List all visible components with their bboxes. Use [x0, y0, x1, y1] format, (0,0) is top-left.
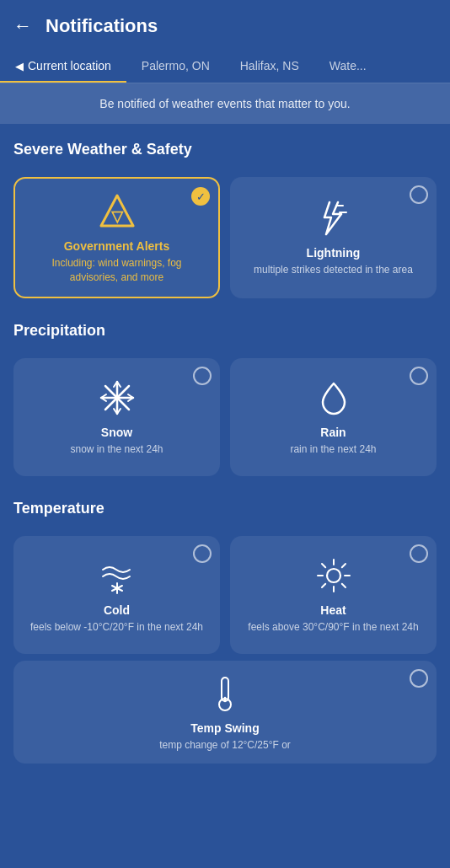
temperature-cards: Cold feels below -10°C/20°F in the next …	[0, 536, 450, 661]
temperature-title: Temperature	[13, 500, 437, 517]
gov-alerts-desc: Including: wind warnings, fog advisories…	[27, 256, 206, 285]
lightning-desc: multiple strikes detected in the area	[254, 263, 413, 277]
tab-water[interactable]: Wate...	[314, 49, 382, 83]
rain-title: Rain	[320, 426, 346, 439]
card-cold[interactable]: Cold feels below -10°C/20°F in the next …	[13, 536, 220, 654]
temp-swing-desc: temp change of 12°C/25°F or	[159, 738, 291, 753]
card-snow[interactable]: Snow snow in the next 24h	[13, 358, 220, 476]
notification-banner: Be notified of weather events that matte…	[0, 83, 450, 124]
radio-lightning	[410, 185, 428, 204]
card-temp-swing[interactable]: Temp Swing temp change of 12°C/25°F or	[13, 661, 437, 764]
tab-halifax[interactable]: Halifax, NS	[225, 49, 314, 83]
severe-weather-section: Severe Weather & Safety	[0, 124, 450, 177]
cold-icon	[98, 556, 137, 595]
radio-cold	[193, 544, 212, 563]
precipitation-cards: Snow snow in the next 24h Rain rain in t…	[0, 358, 450, 483]
thermometer-icon	[206, 674, 244, 713]
temperature-section: Temperature	[0, 483, 450, 536]
page-title: Notifications	[46, 15, 158, 37]
snow-title: Snow	[101, 426, 132, 439]
heat-icon	[314, 556, 353, 595]
radio-gov-alerts: ✓	[191, 187, 210, 206]
rain-desc: rain in the next 24h	[290, 442, 376, 457]
snow-icon	[98, 378, 137, 417]
lightning-icon	[314, 199, 353, 238]
lightning-title: Lightning	[307, 246, 361, 260]
heat-desc: feels above 30°C/90°F in the next 24h	[248, 620, 418, 635]
precipitation-section: Precipitation	[0, 305, 450, 358]
cold-desc: feels below -10°C/20°F in the next 24h	[30, 620, 203, 635]
cold-title: Cold	[104, 603, 130, 617]
card-lightning[interactable]: Lightning multiple strikes detected in t…	[230, 177, 437, 298]
svg-point-19	[327, 569, 340, 582]
location-icon: ◀	[15, 60, 24, 72]
svg-line-26	[341, 564, 345, 567]
card-heat[interactable]: Heat feels above 30°C/90°F in the next 2…	[230, 536, 437, 654]
radio-snow	[193, 367, 212, 385]
precipitation-title: Precipitation	[13, 322, 437, 340]
snow-desc: snow in the next 24h	[70, 442, 163, 457]
rain-icon	[314, 378, 353, 417]
header: ← Notifications	[0, 0, 450, 49]
radio-temp-swing	[410, 669, 428, 688]
svg-line-27	[322, 584, 325, 587]
severe-weather-cards: ✓ ▽ Government Alerts Including: wind wa…	[0, 177, 450, 305]
temp-swing-title: Temp Swing	[190, 721, 259, 735]
heat-title: Heat	[320, 603, 346, 617]
card-gov-alerts[interactable]: ✓ ▽ Government Alerts Including: wind wa…	[13, 177, 220, 298]
svg-line-24	[322, 564, 325, 567]
gov-alert-icon: ▽	[98, 192, 137, 231]
tab-palermo[interactable]: Palermo, ON	[126, 49, 225, 83]
radio-rain	[410, 367, 428, 385]
temp-swing-section: Temp Swing temp change of 12°C/25°F or	[0, 661, 450, 778]
tab-current-location[interactable]: ◀ Current location	[0, 49, 126, 83]
gov-alerts-title: Government Alerts	[64, 239, 170, 253]
svg-line-25	[341, 584, 345, 587]
tab-bar: ◀ Current location Palermo, ON Halifax, …	[0, 49, 450, 83]
card-rain[interactable]: Rain rain in the next 24h	[230, 358, 437, 476]
back-button[interactable]: ←	[13, 15, 32, 37]
severe-weather-title: Severe Weather & Safety	[13, 141, 437, 158]
radio-heat	[410, 544, 428, 563]
svg-text:▽: ▽	[110, 208, 124, 225]
